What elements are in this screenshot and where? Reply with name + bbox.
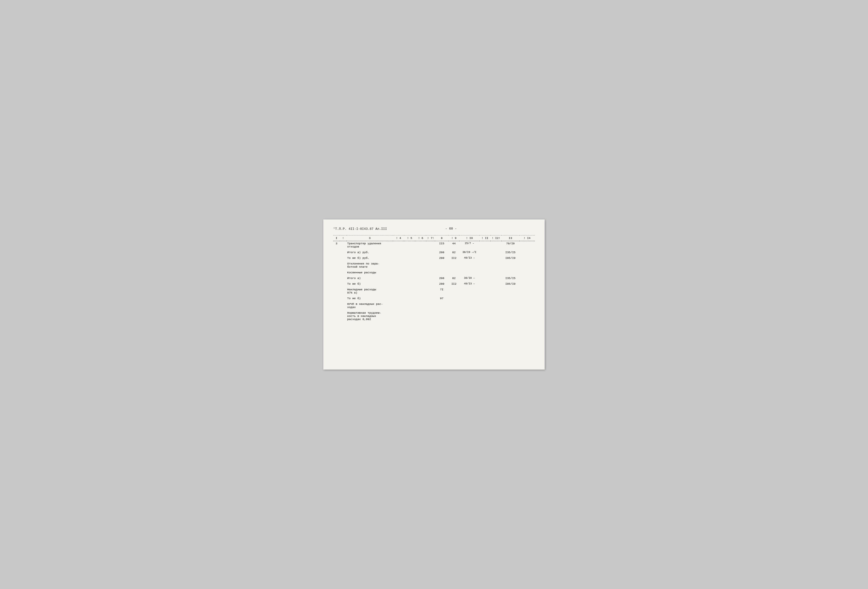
row-c11: [480, 282, 490, 286]
row-c11: [480, 296, 490, 300]
row-c9: ІІ2: [448, 282, 459, 286]
row-c5: [404, 311, 415, 321]
row-number: [333, 270, 340, 275]
row-c10: 49/І3 –: [459, 282, 480, 286]
row-empty: [340, 287, 347, 295]
row-c9: ІІ2: [448, 256, 459, 260]
page-header: ᵀТ.П.Р. 4ІІ-І-0І43.87 Ал.ІІІ - 60 -: [333, 227, 535, 231]
row-number: [333, 311, 340, 321]
row-number: [333, 287, 340, 295]
row-number: 3: [333, 241, 340, 249]
row-c10: 38/І0 –: [459, 276, 480, 280]
row-c13: І85/І9: [502, 256, 519, 260]
row-c8: 7І: [435, 287, 448, 295]
row-empty: [340, 311, 347, 321]
table-row: Итого а) руб.2088238/І0 –/ІІ35/І5: [333, 250, 535, 255]
row-c6: [415, 311, 426, 321]
row-c8: 280: [435, 282, 448, 286]
row-spacer: [333, 321, 535, 323]
row-c9: [448, 262, 459, 269]
row-c8: [435, 262, 448, 269]
row-desc: То же б): [347, 296, 393, 300]
row-c7: [426, 276, 435, 280]
row-c7: [426, 241, 435, 249]
table-body: 3Транспортер удаления отходовІІ54425/7 –…: [333, 241, 535, 323]
row-c7: [426, 311, 435, 321]
row-c4: [393, 270, 404, 275]
row-c4: [393, 282, 404, 286]
row-c6: [415, 282, 426, 286]
row-c6: [415, 296, 426, 300]
row-c5: [404, 296, 415, 300]
row-c7: [426, 287, 435, 295]
table-row: 3Транспортер удаления отходовІІ54425/7 –…: [333, 241, 535, 249]
row-c8: [435, 302, 448, 309]
row-c5: [404, 270, 415, 275]
col-header-14: ! І4: [519, 235, 535, 241]
row-c5: [404, 282, 415, 286]
row-c14: [519, 296, 535, 300]
row-c7: [426, 256, 435, 260]
col-header-2: !: [340, 235, 347, 241]
row-desc: Косвенные расходы: [347, 270, 393, 275]
row-c11: [480, 276, 490, 280]
row-empty: [340, 256, 347, 260]
row-desc: Отклонения по зара- ботной плате: [347, 262, 393, 269]
row-c11: [480, 256, 490, 260]
row-c8: [435, 270, 448, 275]
row-empty: [340, 282, 347, 286]
row-c5: [404, 302, 415, 309]
row-c9: [448, 311, 459, 321]
row-c8: [435, 311, 448, 321]
row-c4: [393, 287, 404, 295]
row-c8: ІІ5: [435, 241, 448, 249]
row-c6: [415, 250, 426, 255]
row-c14: [519, 256, 535, 260]
row-c10: 49/І3 –: [459, 256, 480, 260]
row-desc: Накладные расходы 87% а): [347, 287, 393, 295]
row-c11: [480, 302, 490, 309]
row-c11: [480, 270, 490, 275]
col-header-12: ! І2!: [490, 235, 502, 241]
row-c5: [404, 287, 415, 295]
row-c11: [480, 287, 490, 295]
row-c13: [502, 287, 519, 295]
row-c6: [415, 287, 426, 295]
row-c14: [519, 287, 535, 295]
row-c8: 280: [435, 256, 448, 260]
row-c12: [490, 250, 502, 255]
row-c10: 38/І0 –/І: [459, 250, 480, 255]
row-desc: Транспортер удаления отходов: [347, 241, 393, 249]
row-c7: [426, 302, 435, 309]
column-header-row: І ! 3 ! 4 ! 5 ! 6 ! 7! 8 ! 9 ! ІО ! ІІ !…: [333, 235, 535, 241]
row-c12: [490, 270, 502, 275]
row-number: [333, 262, 340, 269]
row-c9: [448, 270, 459, 275]
row-c14: [519, 311, 535, 321]
row-empty: [340, 276, 347, 280]
table-row: Отклонения по зара- ботной плате: [333, 262, 535, 269]
row-c12: [490, 262, 502, 269]
header-spacer: [515, 227, 535, 231]
row-c10: [459, 311, 480, 321]
row-c9: [448, 302, 459, 309]
row-empty: [340, 262, 347, 269]
row-c12: [490, 256, 502, 260]
row-c6: [415, 276, 426, 280]
row-c8: 208: [435, 276, 448, 280]
row-c4: [393, 241, 404, 249]
col-header-9: ! 9: [448, 235, 459, 241]
row-c9: 82: [448, 250, 459, 255]
row-c4: [393, 276, 404, 280]
row-c14: [519, 241, 535, 249]
row-c14: [519, 270, 535, 275]
row-c11: [480, 250, 490, 255]
row-c8: 208: [435, 250, 448, 255]
row-number: [333, 276, 340, 280]
row-c5: [404, 276, 415, 280]
row-number: [333, 256, 340, 260]
col-header-6: ! 6: [415, 235, 426, 241]
table-row: То же б) руб.280ІІ249/І3 –І85/І9: [333, 256, 535, 260]
row-c5: [404, 250, 415, 255]
row-c13: І35/І5: [502, 276, 519, 280]
